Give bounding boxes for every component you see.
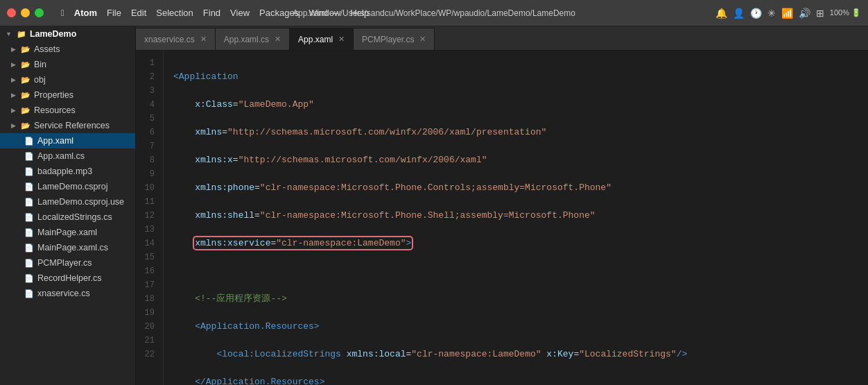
- tab-pcmplayer[interactable]: PCMPlayer.cs ✕: [354, 28, 435, 50]
- menu-atom[interactable]: Atom: [74, 8, 97, 18]
- sidebar-item-app-xaml-cs[interactable]: 📄 App.xaml.cs: [0, 148, 135, 164]
- sidebar-item-label: xnaservice.cs: [37, 289, 90, 298]
- titlebar:  Atom File Edit Selection Find View Pac…: [0, 0, 868, 26]
- menu-file[interactable]: File: [107, 8, 121, 18]
- code-line-6: xmlns:shell="clr-namespace:Microsoft.Pho…: [173, 209, 868, 223]
- tab-label: App.xaml: [298, 35, 333, 44]
- code-line-3: xmlns="http://schemas.microsoft.com/winf…: [173, 126, 868, 139]
- sidebar-item-label: Resources: [34, 105, 76, 115]
- tab-label: App.xaml.cs: [224, 35, 269, 44]
- volume-icon[interactable]: 🔊: [799, 8, 810, 19]
- sidebar-item-obj[interactable]: ▶ 📂 obj: [0, 72, 135, 87]
- tab-bar: xnaservice.cs ✕ App.xaml.cs ✕ App.xaml ✕…: [136, 26, 868, 51]
- code-line-7: xmlns:xservice="clr-namespace:LameDemo">: [173, 237, 868, 250]
- file-icon: 📄: [24, 167, 34, 176]
- expand-arrow-icon: ▶: [11, 61, 16, 68]
- minimize-button[interactable]: [21, 8, 30, 17]
- sidebar-root-label: LameDemo: [30, 29, 76, 39]
- titlebar-right-icons: 🔔 👤 🕐 ✳ 📶 🔊 ⊞ 100% 🔋: [715, 8, 861, 19]
- folder-icon: 📂: [21, 121, 31, 130]
- sidebar-item-label: PCMPlayer.cs: [37, 258, 92, 268]
- battery-label: 100% 🔋: [830, 8, 861, 17]
- sidebar-item-label: badapple.mp3: [37, 166, 92, 176]
- sidebar-item-label: obj: [34, 75, 46, 85]
- sidebar-item-bin[interactable]: ▶ 📂 Bin: [0, 57, 135, 72]
- sidebar-item-label: Service References: [34, 121, 110, 130]
- expand-arrow-icon: ▶: [11, 92, 16, 99]
- sidebar-item-localizedstrings[interactable]: 📄 LocalizedStrings.cs: [0, 209, 135, 225]
- wifi-icon: 📶: [781, 8, 793, 19]
- tab-close-icon[interactable]: ✕: [419, 35, 426, 44]
- window-title: App.xaml — /Users/sandcu/WorkPlace/WP/wp…: [293, 8, 575, 18]
- code-line-4: xmlns:x="http://schemas.microsoft.com/wi…: [173, 153, 868, 167]
- tab-app-xaml[interactable]: App.xaml ✕: [290, 28, 354, 50]
- code-editor[interactable]: 12345 678910 1112131415 1617181920 2122 …: [136, 51, 868, 385]
- sidebar-item-label: App.xaml: [37, 136, 73, 146]
- expand-arrow-icon: ▼: [6, 31, 12, 37]
- sidebar-item-label: MainPage.xaml.cs: [37, 243, 108, 253]
- sidebar-item-properties[interactable]: ▶ 📂 Properties: [0, 87, 135, 103]
- tab-close-icon[interactable]: ✕: [338, 35, 345, 44]
- expand-arrow-icon: ▶: [11, 122, 16, 129]
- tab-close-icon[interactable]: ✕: [275, 35, 281, 44]
- menu-view[interactable]: View: [230, 8, 250, 18]
- sidebar-item-lamedemo-csproj[interactable]: 📄 LameDemo.csproj: [0, 179, 135, 194]
- sidebar-item-assets[interactable]: ▶ 📂 Assets: [0, 42, 135, 57]
- expand-arrow-icon: ▶: [11, 107, 16, 114]
- sidebar-item-xnaservice[interactable]: 📄 xnaservice.cs: [0, 286, 135, 301]
- root-folder-icon: 📁: [17, 30, 26, 39]
- notification-icon[interactable]: 🔔: [715, 8, 727, 19]
- sidebar-root[interactable]: ▼ 📁 LameDemo: [0, 26, 135, 42]
- code-line-12: </Application.Resources>: [173, 375, 868, 385]
- code-lines: <Application x:Class="LameDemo.App" xmln…: [164, 51, 868, 385]
- expand-arrow-icon: ▶: [11, 76, 16, 83]
- sidebar-item-badapple[interactable]: 📄 badapple.mp3: [0, 164, 135, 179]
- file-icon: 📄: [24, 259, 34, 268]
- sidebar-item-label: Bin: [34, 60, 46, 69]
- sidebar-item-label: App.xaml.cs: [37, 151, 85, 161]
- user-icon[interactable]: 👤: [733, 8, 745, 19]
- traffic-lights: [7, 8, 44, 17]
- sidebar-item-mainpage-xaml[interactable]: 📄 MainPage.xaml: [0, 225, 135, 240]
- file-icon: 📄: [24, 182, 34, 191]
- code-line-11: <local:LocalizedStrings xmlns:local="clr…: [173, 348, 868, 361]
- sidebar-item-resources[interactable]: ▶ 📂 Resources: [0, 103, 135, 118]
- grid-icon[interactable]: ⊞: [816, 8, 824, 19]
- tab-label: PCMPlayer.cs: [362, 35, 414, 44]
- sidebar-item-mainpage-xaml-cs[interactable]: 📄 MainPage.xaml.cs: [0, 240, 135, 255]
- sidebar-item-lamedemo-csproj-use[interactable]: 📄 LameDemo.csproj.use: [0, 194, 135, 209]
- code-line-10: <Application.Resources>: [173, 320, 868, 334]
- menu-apple[interactable]: : [61, 8, 64, 18]
- menu-selection[interactable]: Selection: [156, 8, 193, 18]
- tab-label: xnaservice.cs: [144, 35, 195, 44]
- file-icon: 📄: [24, 137, 34, 146]
- main-layout: ▼ 📁 LameDemo ▶ 📂 Assets ▶ 📂 Bin ▶ 📂 obj …: [0, 26, 868, 385]
- file-icon: 📄: [24, 152, 34, 161]
- sidebar-item-label: Properties: [34, 90, 73, 100]
- menu-find[interactable]: Find: [203, 8, 220, 18]
- tab-xnaservice[interactable]: xnaservice.cs ✕: [136, 28, 216, 50]
- folder-icon: 📂: [21, 106, 31, 115]
- file-icon: 📄: [24, 289, 34, 298]
- sidebar-item-recordhelper[interactable]: 📄 RecordHelper.cs: [0, 271, 135, 286]
- code-line-2: x:Class="LameDemo.App": [173, 98, 868, 112]
- sidebar-item-app-xaml[interactable]: 📄 App.xaml: [0, 133, 135, 148]
- sidebar-item-label: LocalizedStrings.cs: [37, 212, 112, 222]
- sidebar-item-label: LameDemo.csproj: [37, 182, 107, 191]
- file-icon: 📄: [24, 198, 34, 207]
- menu-edit[interactable]: Edit: [131, 8, 146, 18]
- editor-content: xnaservice.cs ✕ App.xaml.cs ✕ App.xaml ✕…: [136, 26, 868, 385]
- sidebar: ▼ 📁 LameDemo ▶ 📂 Assets ▶ 📂 Bin ▶ 📂 obj …: [0, 26, 136, 385]
- sidebar-item-label: RecordHelper.cs: [37, 273, 101, 283]
- maximize-button[interactable]: [35, 8, 44, 17]
- clock-icon[interactable]: 🕐: [750, 8, 762, 19]
- tab-app-xaml-cs[interactable]: App.xaml.cs ✕: [216, 28, 290, 50]
- file-icon: 📄: [24, 228, 34, 237]
- line-numbers: 12345 678910 1112131415 1617181920 2122: [136, 51, 164, 385]
- close-button[interactable]: [7, 8, 16, 17]
- tab-close-icon[interactable]: ✕: [200, 35, 207, 44]
- code-line-5: xmlns:phone="clr-namespace:Microsoft.Pho…: [173, 181, 868, 195]
- sidebar-item-service-references[interactable]: ▶ 📂 Service References: [0, 118, 135, 133]
- sidebar-item-pcmplayer[interactable]: 📄 PCMPlayer.cs: [0, 255, 135, 271]
- file-icon: 📄: [24, 243, 34, 253]
